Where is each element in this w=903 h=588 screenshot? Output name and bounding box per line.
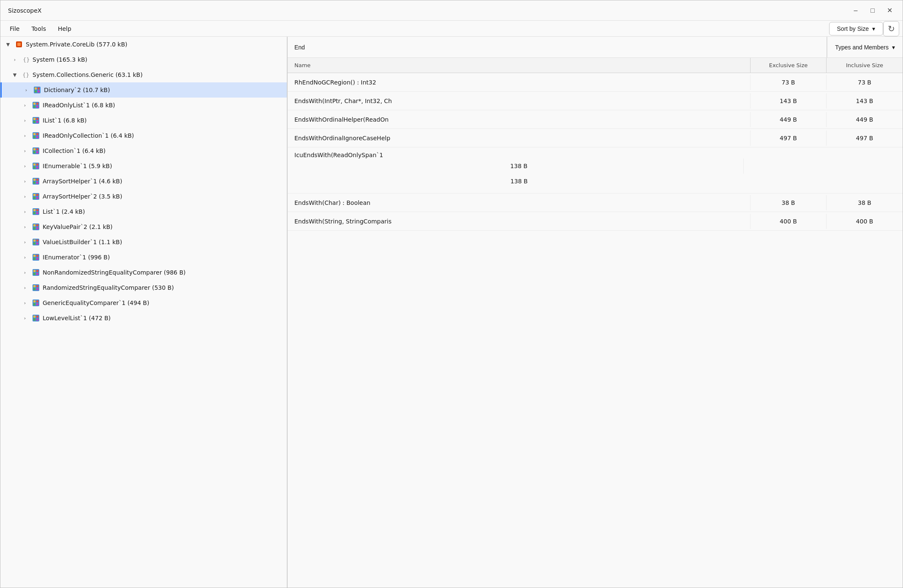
expand-ienumerator-icon[interactable]: › <box>21 253 29 261</box>
sort-label: Sort by Size <box>837 25 869 32</box>
tree-item-list1[interactable]: › List`1 (2.4 kB) <box>0 204 287 219</box>
tree-item-arraysorthelper2[interactable]: › ArraySortHelper`2 (3.5 kB) <box>0 189 287 204</box>
expand-valuelistbuilder-icon[interactable]: › <box>21 238 29 246</box>
tree-item-system-label: System (165.3 kB) <box>33 56 87 63</box>
cell-inclusive: 73 B <box>827 75 903 90</box>
svg-rect-47 <box>33 212 35 214</box>
tree-item-genericequalitycomparer[interactable]: › GenericEqualityComparer`1 (494 B) <box>0 295 287 310</box>
expand-arraysorthelper1-icon[interactable]: › <box>21 177 29 185</box>
svg-rect-18 <box>36 121 38 123</box>
expand-dictionary-icon[interactable]: › <box>22 86 30 94</box>
cell-exclusive: 143 B <box>751 93 827 109</box>
expand-ilist-icon[interactable]: › <box>21 116 29 125</box>
svg-rect-76 <box>36 300 38 302</box>
tree-item-dictionary-label: Dictionary`2 (10.7 kB) <box>44 87 110 93</box>
tree-item-icollection[interactable]: › ICollection`1 (6.4 kB) <box>0 143 287 158</box>
expand-ireadonlycollection-icon[interactable]: › <box>21 131 29 140</box>
table-row[interactable]: EndsWith(String, StringComparis 400 B 40… <box>288 212 903 231</box>
svg-rect-31 <box>36 163 38 166</box>
column-exclusive[interactable]: Exclusive Size <box>751 58 827 73</box>
svg-rect-23 <box>36 136 38 138</box>
table-row[interactable]: EndsWith(Char) : Boolean 38 B 38 B <box>288 193 903 212</box>
cell-inclusive: 449 B <box>827 112 903 127</box>
tree-item-arraysorthelper1[interactable]: › ArraySortHelper`1 (4.6 kB) <box>0 174 287 189</box>
minimize-button[interactable]: – <box>850 5 861 16</box>
svg-rect-57 <box>33 242 35 245</box>
expand-ienumerable-icon[interactable]: › <box>21 162 29 170</box>
tree-item-ienumerator[interactable]: › IEnumerator`1 (996 B) <box>0 250 287 265</box>
table-row[interactable]: EndsWithOrdinalHelper(ReadOn 449 B 449 B <box>288 110 903 129</box>
tree-item-system[interactable]: › {} System (165.3 kB) <box>0 52 287 67</box>
svg-rect-13 <box>36 106 38 108</box>
tree-item-randomized[interactable]: › RandomizedStringEqualityComparer (530 … <box>0 280 287 295</box>
svg-rect-17 <box>33 121 35 123</box>
expand-genericequalitycomparer-icon[interactable]: › <box>21 299 29 307</box>
tree-item-dictionary[interactable]: › Dictionary`2 (10.7 kB) <box>0 82 287 98</box>
svg-rect-53 <box>36 227 38 229</box>
expand-randomized-icon[interactable]: › <box>21 283 29 292</box>
tree-item-ilist[interactable]: › IList`1 (6.8 kB) <box>0 113 287 128</box>
cell-name: EndsWith(Char) : Boolean <box>288 195 751 210</box>
tree-item-ienumerable[interactable]: › IEnumerable`1 (5.9 kB) <box>0 158 287 174</box>
type-icon-ienumerator <box>32 253 40 261</box>
expand-root-icon[interactable]: ▼ <box>4 40 12 49</box>
type-icon-arraysorthelper1 <box>32 177 40 185</box>
refresh-button[interactable]: ↻ <box>883 21 899 36</box>
tree-item-ireadonlycollection[interactable]: › IReadOnlyCollection`1 (6.4 kB) <box>0 128 287 143</box>
tree-item-icollection-label: ICollection`1 (6.4 kB) <box>43 147 106 154</box>
types-members-label: Types and Members <box>835 44 889 51</box>
svg-rect-20 <box>33 133 35 135</box>
type-icon-valuelistbuilder <box>32 238 40 246</box>
expand-system-icon[interactable]: › <box>11 55 19 64</box>
menu-help[interactable]: Help <box>52 23 77 35</box>
table-row[interactable]: EndsWithOrdinalIgnoreCaseHelp 497 B 497 … <box>288 129 903 147</box>
tree-item-nonrandomized[interactable]: › NonRandomizedStringEqualityComparer (9… <box>0 265 287 280</box>
right-panel-header: Types and Members ▾ <box>288 37 903 58</box>
expand-ireadonlylist-icon[interactable]: › <box>21 101 29 109</box>
tree-item-root[interactable]: ▼ System.Private.CoreLib (577.0 kB) <box>0 37 287 52</box>
svg-rect-77 <box>33 303 35 305</box>
types-members-button[interactable]: Types and Members ▾ <box>827 37 903 57</box>
tree-item-ilist-label: IList`1 (6.8 kB) <box>43 117 87 124</box>
table-row[interactable]: IcuEndsWith(ReadOnlySpan`1 138 B 138 B <box>288 147 903 193</box>
tree-item-keyvaluepair[interactable]: › KeyValuePair`2 (2.1 kB) <box>0 219 287 234</box>
svg-rect-81 <box>36 316 38 318</box>
menu-tools[interactable]: Tools <box>25 23 52 35</box>
svg-rect-37 <box>33 182 35 184</box>
sort-button[interactable]: Sort by Size ▾ <box>829 22 883 35</box>
expand-keyvaluepair-icon[interactable]: › <box>21 223 29 231</box>
menu-bar: File Tools Help Sort by Size ▾ ↻ <box>0 21 903 37</box>
tree-item-collections[interactable]: ▼ {} System.Collections.Generic (63.1 kB… <box>0 67 287 82</box>
type-icon-arraysorthelper2 <box>32 192 40 201</box>
column-name[interactable]: Name <box>288 58 751 73</box>
tree-item-valuelistbuilder[interactable]: › ValueListBuilder`1 (1.1 kB) <box>0 234 287 250</box>
cell-exclusive: 73 B <box>751 75 827 90</box>
table-row[interactable]: RhEndNoGCRegion() : Int32 73 B 73 B <box>288 73 903 92</box>
expand-list1-icon[interactable]: › <box>21 207 29 216</box>
tree-item-ireadonlylist[interactable]: › IReadOnlyList`1 (6.8 kB) <box>0 98 287 113</box>
namespace-icon-system: {} <box>22 55 30 64</box>
close-button[interactable]: ✕ <box>884 5 895 16</box>
expand-collections-icon[interactable]: ▼ <box>11 71 19 79</box>
cell-exclusive: 38 B <box>751 195 827 210</box>
tree-item-genericequalitycomparer-label: GenericEqualityComparer`1 (494 B) <box>43 299 149 306</box>
svg-rect-8 <box>38 90 40 93</box>
maximize-button[interactable]: □ <box>867 5 878 16</box>
tree-item-list1-label: List`1 (2.4 kB) <box>43 208 85 215</box>
expand-icollection-icon[interactable]: › <box>21 147 29 155</box>
svg-text:{}: {} <box>22 72 30 78</box>
svg-rect-38 <box>36 182 38 184</box>
table-row[interactable]: EndsWith(IntPtr, Char*, Int32, Ch 143 B … <box>288 92 903 110</box>
cell-name: EndsWithOrdinalHelper(ReadOn <box>288 112 751 127</box>
svg-rect-43 <box>36 197 38 199</box>
type-icon-lowlevellist <box>32 314 40 322</box>
search-input[interactable] <box>288 40 827 55</box>
column-inclusive[interactable]: Inclusive Size <box>827 58 903 73</box>
expand-nonrandomized-icon[interactable]: › <box>21 268 29 277</box>
menu-file[interactable]: File <box>4 23 25 35</box>
tree-item-ienumerator-label: IEnumerator`1 (996 B) <box>43 254 110 261</box>
expand-arraysorthelper2-icon[interactable]: › <box>21 192 29 201</box>
tree-item-lowlevellist[interactable]: › LowLevelList`1 (472 B) <box>0 310 287 326</box>
expand-lowlevellist-icon[interactable]: › <box>21 314 29 322</box>
type-icon-keyvaluepair <box>32 223 40 231</box>
